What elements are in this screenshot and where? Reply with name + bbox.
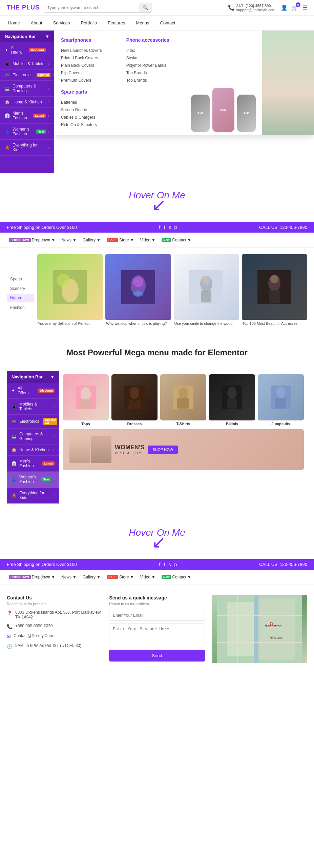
nav-contact[interactable]: Contact — [159, 16, 177, 29]
nav2-video-2[interactable]: Video ▼ — [138, 572, 158, 582]
gallery-item-2[interactable]: Why we stop when music is playing? — [105, 254, 171, 328]
nav-home[interactable]: Home — [7, 16, 21, 29]
gallery-layout: Sports Scenery Nature Fashion You are my… — [7, 254, 307, 328]
nav2-gallery-2[interactable]: Gallery ▼ — [81, 572, 103, 582]
womens-sidebar-electronics[interactable]: 🎮 Electronics Special Ad — [7, 415, 59, 429]
search-button[interactable]: 🔍 — [139, 3, 152, 12]
gallery-item-4[interactable]: Top 100 Most Beautiful Actresses — [242, 254, 307, 328]
email-field[interactable] — [109, 610, 205, 621]
mega-item[interactable]: Printed Back Covers — [61, 54, 113, 62]
cat-dresses[interactable]: Dresses — [111, 374, 158, 426]
promo-bar-2: Free Shipping on Orders Over $100 f t s … — [0, 559, 314, 570]
cart-badge: 0 — [296, 2, 300, 7]
message-field[interactable] — [109, 624, 205, 647]
cat-jumpsuits[interactable]: Jumpsuits — [258, 374, 304, 426]
mega-item[interactable]: Ride On & Scooters — [61, 121, 113, 129]
nav-portfolio[interactable]: Portfolio — [80, 16, 99, 29]
mega-item[interactable]: Intex — [126, 47, 178, 54]
womens-new-badge: New — [41, 477, 51, 481]
svg-point-19 — [130, 387, 139, 399]
mega-item[interactable]: Plain Back Covers — [61, 62, 113, 69]
search-input[interactable] — [44, 3, 139, 12]
pinterest-icon[interactable]: p — [174, 224, 177, 230]
mega-item[interactable]: Polymor Power Banks — [126, 62, 178, 69]
mega-item[interactable]: Premium Covers — [61, 77, 113, 84]
filter-sports[interactable]: Sports — [7, 275, 34, 283]
contact-phone-item: 📞 +880 008 0090 2020 — [7, 624, 102, 629]
womens-banner: WOMEN'S BEST SELLERS SHOP NOW — [63, 429, 304, 470]
menu-icon[interactable]: ☰ — [302, 4, 307, 11]
sale-badge-2: SALE — [107, 575, 118, 579]
svg-rect-17 — [79, 399, 92, 409]
filter-scenery[interactable]: Scenery — [7, 284, 34, 293]
cat-bikinis[interactable]: Bikinis — [209, 374, 255, 426]
sidebar-item-kids[interactable]: 🧸 Everything for Kids › — [0, 140, 54, 156]
womens-sidebar-mobiles[interactable]: 📱 Mobiles & Tablets › — [7, 399, 59, 415]
sidebar-item-all-offers[interactable]: ✦ All Offers Discount › — [0, 42, 54, 58]
womens-sidebar-home[interactable]: 🏠 Home & Kitchen › — [7, 445, 59, 456]
nav2-news[interactable]: News ▼ — [59, 235, 79, 245]
nav2-dropdown-2[interactable]: DROPDOWN Dropdown ▼ — [7, 572, 57, 582]
skype-icon[interactable]: s — [168, 224, 171, 230]
facebook-icon[interactable]: f — [159, 224, 161, 230]
nav-about[interactable]: About — [29, 16, 44, 29]
mega-item[interactable]: Top Brands — [126, 77, 178, 84]
skype-icon-2[interactable]: s — [168, 562, 171, 567]
nav2-store[interactable]: SALE Store ▼ — [105, 235, 136, 245]
nav2-contact-2[interactable]: New Contact ▼ — [160, 572, 193, 582]
support-info: 📞 24/7: (123) 4567 890 support@posimyth.… — [228, 4, 275, 12]
twitter-icon[interactable]: t — [164, 224, 165, 230]
sidebar-item-electronics[interactable]: 🎮 Electronics Special › — [0, 70, 54, 81]
cat-tops[interactable]: Tops — [63, 374, 109, 426]
gallery-caption-3: Use your smile to change the world — [174, 320, 239, 327]
gallery-item-1[interactable]: You are my definition of Perfect — [37, 254, 103, 328]
filter-nature[interactable]: Nature — [7, 294, 34, 302]
womens-sidebar-all-offers[interactable]: ✦ All Offers Discount — [7, 383, 59, 399]
user-icon[interactable]: 👤 — [281, 4, 288, 11]
mega-item[interactable]: New Launches Covers — [61, 47, 113, 54]
mega-item[interactable]: Top Brands — [126, 69, 178, 77]
nav2-video[interactable]: Video ▼ — [138, 235, 158, 245]
support-email: support@posimyth.com — [236, 8, 275, 12]
sidebar-item-mens-fashion[interactable]: 👔 Men's Fashion Latest › — [0, 108, 54, 124]
header: THE PLUS 🔍 📞 24/7: (123) 4567 890 suppor… — [0, 0, 314, 16]
mega-item[interactable]: Screen Guards — [61, 106, 113, 114]
nav2-news-2[interactable]: News ▼ — [59, 572, 79, 582]
nav-menus[interactable]: Menus — [135, 16, 151, 29]
cat-tshirts[interactable]: T-Shirts — [160, 374, 206, 426]
sidebar-electronics-label: Electronics — [13, 73, 33, 77]
sidebar-item-womens-fashion[interactable]: 👗 Women's Fashion New › — [0, 124, 54, 140]
twitter-icon-2[interactable]: t — [164, 562, 165, 567]
sidebar-item-home-kitchen[interactable]: 🏠 Home & Kitchen › — [0, 97, 54, 108]
sidebar-item-computers[interactable]: 💻 Computers & Gaming › — [0, 81, 54, 97]
facebook-icon-2[interactable]: f — [159, 562, 161, 567]
nav-services[interactable]: Services — [52, 16, 71, 29]
contact-title: Contact Us — [7, 595, 102, 600]
contact-hours-item: 🕐 9AM To 6PM As Per IST (UTC+5:30) — [7, 643, 102, 649]
nav2-store-2[interactable]: SALE Store ▼ — [105, 572, 136, 582]
pinterest-icon-2[interactable]: p — [174, 562, 177, 567]
gallery-item-3[interactable]: Use your smile to change the world — [174, 254, 239, 328]
mega-item[interactable]: Syska — [126, 54, 178, 62]
send-button[interactable]: Send — [109, 650, 205, 662]
shop-now-button[interactable]: SHOP NOW — [148, 446, 178, 454]
womens-sidebar-womens[interactable]: 👗 Women's Fashion New › — [7, 472, 59, 488]
sidebar-special-badge: Special — [37, 73, 51, 77]
promo-call-2: CALL US: 123-456-7890 — [259, 562, 307, 567]
womens-sidebar-mens[interactable]: 👔 Men's Fashion Latest — [7, 456, 59, 472]
mega-item[interactable]: Flip Covers — [61, 69, 113, 77]
hover-label-container-2: Hover On Me ↙ — [129, 527, 185, 547]
sidebar-item-mobiles[interactable]: 📱 Mobiles & Tablets › — [0, 58, 54, 70]
svg-point-5 — [133, 277, 143, 287]
contact-email: Contact@Pixiefy.Com — [14, 633, 53, 638]
cart-icon[interactable]: 🛒0 — [292, 4, 298, 11]
nav2-contact[interactable]: New Contact ▼ — [160, 235, 193, 245]
filter-fashion[interactable]: Fashion — [7, 303, 34, 312]
nav2-gallery[interactable]: Gallery ▼ — [81, 235, 103, 245]
womens-sidebar-kids[interactable]: 🧸 Everything for Kids › — [7, 488, 59, 504]
womens-sidebar-computers[interactable]: 💻 Computers & Gaming › — [7, 429, 59, 445]
nav2-dropdown[interactable]: DROPDOWN Dropdown ▼ — [7, 235, 57, 245]
nav-features[interactable]: Features — [106, 16, 126, 29]
mega-item[interactable]: Cables & Chargers — [61, 114, 113, 121]
mega-item[interactable]: Batteries — [61, 99, 113, 106]
